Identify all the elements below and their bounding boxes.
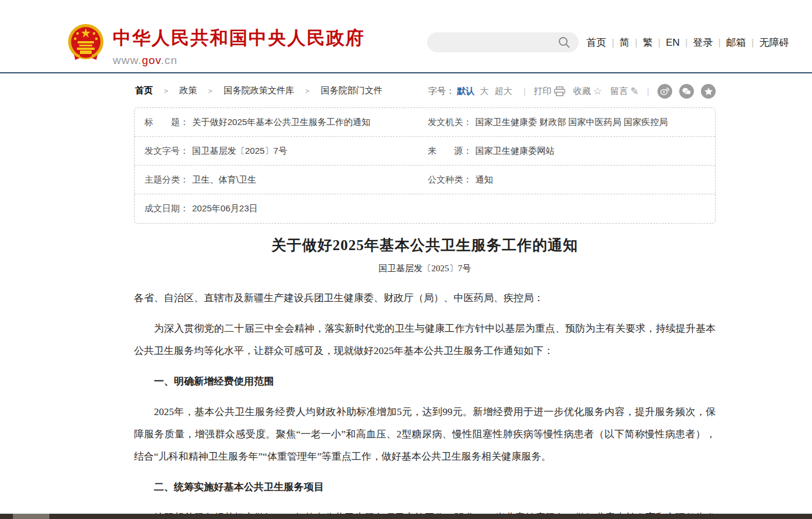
breadcrumb-policy[interactable]: 政策 bbox=[179, 85, 197, 95]
meta-doc-type: 公文种类： 通知 bbox=[428, 174, 493, 186]
nav-separator: | bbox=[685, 37, 687, 48]
nav-separator: | bbox=[658, 37, 660, 48]
meta-row: 主题分类： 卫生、体育\卫生 公文种类： 通知 bbox=[135, 166, 715, 194]
site-title: 中华人民共和国中央人民政府 bbox=[113, 26, 365, 50]
toolbar-separator: | bbox=[647, 86, 649, 96]
top-nav: 首页|简|繁|EN|登录|邮箱|无障碍 bbox=[586, 36, 789, 49]
document-meta-box: 标 题： 关于做好2025年基本公共卫生服务工作的通知 发文机关： 国家卫生健康… bbox=[134, 107, 716, 224]
weibo-share-icon[interactable] bbox=[657, 84, 672, 99]
article-title: 关于做好2025年基本公共卫生服务工作的通知 bbox=[134, 235, 716, 255]
comment-button[interactable]: 留言 bbox=[610, 86, 628, 97]
article-paragraph: 2025年，基本公共卫生服务经费人均财政补助标准增加5元，达到99元。新增经费用… bbox=[134, 401, 716, 468]
article-doc-number: 国卫基层发〔2025〕7号 bbox=[134, 263, 716, 274]
meta-row: 标 题： 关于做好2025年基本公共卫生服务工作的通知 发文机关： 国家卫生健康… bbox=[135, 108, 715, 137]
meta-label: 公文种类： bbox=[428, 174, 472, 186]
site-url: www.gov.cn bbox=[113, 54, 365, 67]
printer-icon[interactable] bbox=[554, 86, 565, 96]
meta-date: 成文日期： 2025年06月23日 bbox=[145, 203, 428, 214]
qzone-share-icon[interactable] bbox=[701, 84, 716, 99]
meta-value: 卫生、体育\卫生 bbox=[192, 174, 256, 186]
meta-value: 国家卫生健康委 财政部 国家中医药局 国家疾控局 bbox=[475, 117, 668, 128]
nav-english[interactable]: EN bbox=[666, 37, 680, 48]
meta-row: 成文日期： 2025年06月23日 bbox=[135, 194, 715, 223]
search-icon[interactable] bbox=[558, 36, 570, 48]
favorite-button[interactable]: 收藏 bbox=[573, 86, 591, 97]
nav-accessibility[interactable]: 无障碍 bbox=[759, 37, 789, 48]
meta-row: 发文字号： 国卫基层发〔2025〕7号 来 源： 国家卫生健康委网站 bbox=[135, 137, 715, 166]
main-container: 首页 ＞ 政策 ＞ 国务院政策文件库 ＞ 国务院部门文件 字号： 默认 大 超大… bbox=[134, 75, 716, 519]
meta-value: 关于做好2025年基本公共卫生服务工作的通知 bbox=[192, 117, 370, 128]
meta-issuing-agency: 发文机关： 国家卫生健康委 财政部 国家中医药局 国家疾控局 bbox=[428, 117, 668, 128]
nav-separator: | bbox=[612, 37, 614, 48]
star-icon[interactable]: ☆ bbox=[593, 85, 602, 97]
meta-label: 来 源： bbox=[428, 146, 472, 157]
page-toolbar: 字号： 默认 大 超大 | 打印 收藏 ☆ 留言 ✎ | bbox=[428, 84, 716, 99]
breadcrumb-separator: ＞ bbox=[304, 86, 311, 95]
article-paragraph: 为深入贯彻党的二十届三中全会精神，落实新时代党的卫生与健康工作方针中以基层为重点… bbox=[134, 318, 716, 362]
site-url-cn: .cn bbox=[161, 54, 177, 66]
bottom-edge-bar bbox=[0, 514, 812, 519]
breadcrumb-home[interactable]: 首页 bbox=[135, 85, 153, 95]
print-button[interactable]: 打印 bbox=[534, 86, 552, 97]
meta-topic-category: 主题分类： 卫生、体育\卫生 bbox=[145, 174, 428, 186]
nav-separator: | bbox=[751, 37, 754, 48]
site-identity[interactable]: 中华人民共和国中央人民政府 www.gov.cn bbox=[113, 26, 365, 67]
nav-traditional[interactable]: 繁 bbox=[643, 37, 653, 48]
breadcrumb-policy-library[interactable]: 国务院政策文件库 bbox=[224, 85, 294, 95]
meta-doc-number: 发文字号： 国卫基层发〔2025〕7号 bbox=[145, 146, 428, 157]
site-url-gov: gov bbox=[142, 54, 160, 66]
font-size-xlarge-button[interactable]: 超大 bbox=[495, 86, 512, 97]
meta-value: 通知 bbox=[475, 174, 493, 186]
page: 中华人民共和国中央人民政府 www.gov.cn 首页|简|繁|EN|登录|邮箱… bbox=[0, 0, 812, 519]
nav-separator: | bbox=[718, 37, 720, 48]
breadcrumb-department-docs[interactable]: 国务院部门文件 bbox=[321, 85, 382, 95]
meta-value: 国卫基层发〔2025〕7号 bbox=[192, 146, 287, 157]
breadcrumb-separator: ＞ bbox=[207, 86, 214, 95]
article: 关于做好2025年基本公共卫生服务工作的通知 国卫基层发〔2025〕7号 各省、… bbox=[134, 235, 716, 519]
meta-label: 主题分类： bbox=[145, 174, 189, 186]
nav-separator: | bbox=[635, 37, 637, 48]
meta-title: 标 题： 关于做好2025年基本公共卫生服务工作的通知 bbox=[145, 117, 428, 128]
article-body: 各省、自治区、直辖市及新疆生产建设兵团卫生健康委、财政厅（局）、中医药局、疾控局… bbox=[134, 287, 716, 519]
wechat-share-icon[interactable] bbox=[679, 84, 694, 99]
meta-label: 成文日期： bbox=[145, 203, 189, 214]
site-header: 中华人民共和国中央人民政府 www.gov.cn 首页|简|繁|EN|登录|邮箱… bbox=[0, 0, 812, 73]
meta-source: 来 源： 国家卫生健康委网站 bbox=[428, 146, 555, 157]
nav-simplified[interactable]: 简 bbox=[619, 37, 629, 48]
toolbar-separator: | bbox=[524, 86, 526, 96]
breadcrumb-toolbar-row: 首页 ＞ 政策 ＞ 国务院政策文件库 ＞ 国务院部门文件 字号： 默认 大 超大… bbox=[134, 75, 716, 107]
nav-home[interactable]: 首页 bbox=[586, 37, 606, 48]
article-salutation: 各省、自治区、直辖市及新疆生产建设兵团卫生健康委、财政厅（局）、中医药局、疾控局… bbox=[134, 287, 716, 309]
meta-value: 2025年06月23日 bbox=[192, 203, 258, 214]
bottom-edge-bar-segment bbox=[13, 514, 49, 519]
search-input[interactable] bbox=[427, 32, 579, 52]
breadcrumb: 首页 ＞ 政策 ＞ 国务院政策文件库 ＞ 国务院部门文件 bbox=[135, 85, 382, 96]
nav-login[interactable]: 登录 bbox=[693, 37, 713, 48]
pencil-icon[interactable]: ✎ bbox=[630, 85, 639, 97]
meta-value: 国家卫生健康委网站 bbox=[475, 146, 555, 157]
meta-label: 标 题： bbox=[145, 117, 189, 128]
font-size-default-button[interactable]: 默认 bbox=[457, 86, 475, 97]
font-size-large-button[interactable]: 大 bbox=[480, 86, 489, 97]
article-section-heading-2: 二、统筹实施好基本公共卫生服务项目 bbox=[134, 476, 716, 498]
site-url-www: www. bbox=[113, 54, 142, 66]
article-section-heading-1: 一、明确新增经费使用范围 bbox=[134, 370, 716, 393]
font-size-label: 字号： bbox=[428, 86, 455, 97]
nav-mail[interactable]: 邮箱 bbox=[726, 37, 746, 48]
meta-label: 发文机关： bbox=[428, 117, 472, 128]
national-emblem-icon bbox=[67, 23, 105, 63]
meta-label: 发文字号： bbox=[145, 146, 189, 157]
breadcrumb-separator: ＞ bbox=[162, 86, 170, 95]
